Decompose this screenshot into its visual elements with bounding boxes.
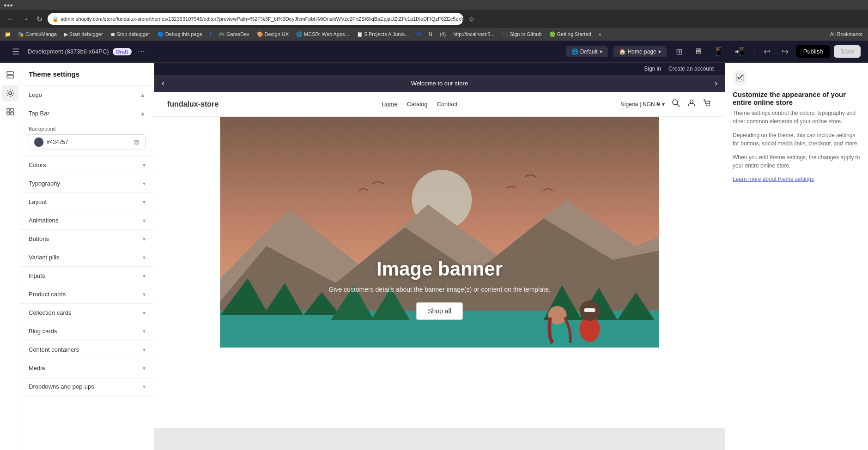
announcement-next-button[interactable]: › <box>715 78 717 88</box>
bookmark-count[interactable]: (4) <box>437 30 449 38</box>
browser-chrome: ●●● <box>0 0 868 10</box>
currency-selector[interactable]: Nigeria | NGN ₦ ▾ <box>620 101 665 108</box>
right-panel-title: Customize the appearance of your entire … <box>733 90 861 106</box>
cart-button[interactable] <box>703 98 712 110</box>
right-panel-desc1: Theme settings control the colors, typog… <box>733 109 861 126</box>
draft-badge: Draft <box>113 48 132 55</box>
settings-icon-button[interactable] <box>2 85 18 102</box>
bookmark-notion[interactable]: N <box>426 30 435 38</box>
learn-more-link[interactable]: Learn more about theme settings <box>733 176 814 182</box>
settings-item-colors[interactable]: Colors ▾ <box>20 156 154 174</box>
settings-item-animations[interactable]: Animations ▾ <box>20 211 154 229</box>
buttons-chevron-icon: ▾ <box>143 236 146 242</box>
store-nav: Home Catalog Contact <box>382 101 457 108</box>
store-topbar: Sign in Create an account <box>154 63 725 75</box>
bookmark-comic[interactable]: 🎭Comic/Manga <box>15 30 60 38</box>
hero-shop-all-button[interactable]: Shop all <box>416 302 463 320</box>
settings-item-variant-pills[interactable]: Variant pills ▾ <box>20 248 154 266</box>
nav-catalog[interactable]: Catalog <box>407 101 428 108</box>
bookmark-design-ux[interactable]: 🎨Design UX <box>254 30 292 38</box>
settings-section-content-containers: Content containers ▾ <box>20 341 154 359</box>
settings-item-collection-cards[interactable]: Collection cards ▾ <box>20 304 154 322</box>
forward-button[interactable]: → <box>19 14 31 24</box>
bookmark-projects[interactable]: 📋5 Projects A Junio... <box>354 30 412 38</box>
settings-section-blog-cards: Blog cards ▾ <box>20 322 154 341</box>
bookmark-debug-page[interactable]: 🔵Debug this page <box>155 30 205 38</box>
mobile-view-button[interactable]: 📲 <box>731 45 748 59</box>
settings-section-topbar: Top Bar ▲ Background #434757 ⊠ <box>20 104 154 156</box>
settings-section-collection-cards: Collection cards ▾ <box>20 304 154 322</box>
right-panel-desc2: Depending on the theme, this can include… <box>733 131 861 148</box>
logo-label: Logo <box>29 91 42 98</box>
inputs-label: Inputs <box>29 272 45 279</box>
topbar-more-button[interactable]: ⋯ <box>135 46 147 57</box>
sign-in-link[interactable]: Sign in <box>644 66 661 72</box>
right-panel-desc3: When you edit theme settings, the change… <box>733 153 861 170</box>
announcement-prev-button[interactable]: ‹ <box>162 78 164 88</box>
apps-icon-button[interactable] <box>2 103 18 120</box>
preview-area: Sign in Create an account ‹ Welcome to o… <box>154 63 725 450</box>
publish-button[interactable]: Publish <box>796 45 831 58</box>
refresh-button[interactable]: ↻ <box>34 14 45 24</box>
bookmark-stop-debugger[interactable]: ⏹Stop debugger <box>108 30 153 38</box>
nav-contact[interactable]: Contact <box>437 101 458 108</box>
content-containers-chevron-icon: ▾ <box>143 347 146 353</box>
bookmark-github[interactable]: ⬛Sign in Github <box>499 30 544 38</box>
settings-item-dropdowns[interactable]: Dropdowns and pop-ups ▾ <box>20 378 154 396</box>
settings-section-media: Media ▾ <box>20 359 154 378</box>
browser-nav: ← → ↻ 🔒 admin.shopify.com/store/fundalux… <box>0 10 868 28</box>
svg-rect-6 <box>11 112 13 115</box>
store-header: fundalux-store Home Catalog Contact Nige… <box>154 92 725 117</box>
save-button[interactable]: Save <box>834 45 861 58</box>
create-account-link[interactable]: Create an account <box>668 66 714 72</box>
buttons-label: Buttons <box>29 235 49 242</box>
address-bar[interactable]: 🔒 admin.shopify.com/store/fundalux-store… <box>48 13 463 25</box>
svg-rect-3 <box>7 108 10 111</box>
sidebar-toggle-button[interactable]: ☰ <box>7 43 24 60</box>
svg-rect-0 <box>7 72 13 74</box>
tablet-view-button[interactable]: 📱 <box>710 45 727 59</box>
settings-item-media[interactable]: Media ▾ <box>20 359 154 377</box>
bookmark-mcsd[interactable]: 🌐MCSD: Web Apps... <box>293 30 352 38</box>
star-button[interactable]: ☆ <box>466 14 477 24</box>
homepage-button[interactable]: 🏠 Home page ▾ <box>613 46 667 57</box>
settings-item-typography[interactable]: Typography ▾ <box>20 174 154 192</box>
settings-panel: Theme settings Logo ▲ Top Bar ▲ Backgrou… <box>20 63 154 450</box>
default-theme-button[interactable]: 🌐 Default ▾ <box>566 46 608 57</box>
search-button[interactable] <box>671 98 680 110</box>
store-logo: fundalux-store <box>167 100 219 108</box>
settings-item-product-cards[interactable]: Product cards ▾ <box>20 285 154 303</box>
media-label: Media <box>29 365 45 372</box>
sections-icon-button[interactable] <box>2 66 18 83</box>
desktop-view-button[interactable]: 🖥 <box>690 45 706 58</box>
back-button[interactable]: ← <box>5 14 17 24</box>
undo-button[interactable]: ↩ <box>760 45 774 59</box>
color-clear-button[interactable]: ⊠ <box>133 138 140 147</box>
bookmark-w[interactable]: W <box>413 30 424 38</box>
variant-pills-chevron-icon: ▾ <box>143 254 146 261</box>
color-value-text: #434757 <box>47 139 130 145</box>
settings-item-logo[interactable]: Logo ▲ <box>20 86 154 104</box>
settings-item-topbar[interactable]: Top Bar ▲ <box>20 104 154 122</box>
bookmark-more[interactable]: » <box>596 30 604 38</box>
color-swatch <box>34 137 44 147</box>
redo-button[interactable]: ↪ <box>778 45 792 59</box>
all-bookmarks[interactable]: All Bookmarks <box>827 30 865 38</box>
settings-item-layout[interactable]: Layout ▾ <box>20 193 154 211</box>
settings-item-content-containers[interactable]: Content containers ▾ <box>20 341 154 359</box>
settings-item-inputs[interactable]: Inputs ▾ <box>20 267 154 285</box>
settings-item-blog-cards[interactable]: Blog cards ▾ <box>20 322 154 340</box>
bookmark-getting-started[interactable]: 🟢Getting Started <box>546 30 594 38</box>
nav-home[interactable]: Home <box>382 101 398 108</box>
bookmark-gamedev[interactable]: 🎮GameDev <box>216 30 252 38</box>
bookmark-start-debugger[interactable]: ▶Start debugger <box>61 30 106 38</box>
bookmark-localhost[interactable]: http://localhost:8... <box>450 30 497 38</box>
account-button[interactable] <box>687 98 696 110</box>
layout-icon-button[interactable]: ⊞ <box>672 45 686 59</box>
animations-label: Animations <box>29 217 58 224</box>
bookmark-fb[interactable]: f <box>207 30 214 38</box>
settings-item-buttons[interactable]: Buttons ▾ <box>20 230 154 248</box>
settings-section-buttons: Buttons ▾ <box>20 230 154 248</box>
right-panel: Customize the appearance of your entire … <box>725 63 868 450</box>
color-input-box[interactable]: #434757 ⊠ <box>29 134 146 150</box>
